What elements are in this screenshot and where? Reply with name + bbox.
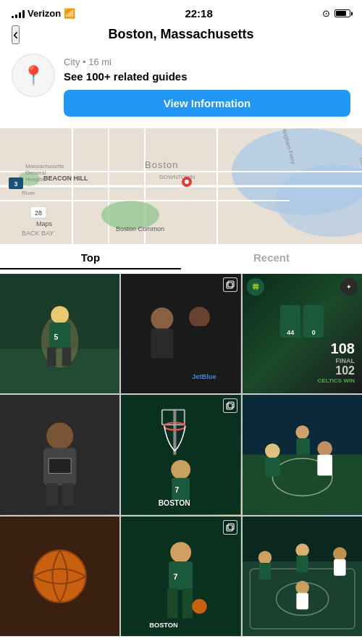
svg-rect-94 [296, 593, 308, 609]
svg-point-67 [317, 441, 332, 456]
svg-text:3: 3 [14, 180, 17, 188]
svg-rect-40 [121, 274, 240, 393]
score-home: 108 [247, 340, 355, 357]
copy-icon [226, 523, 235, 532]
photo-cell[interactable]: 7 BOSTON [121, 517, 240, 636]
svg-point-81 [192, 598, 207, 614]
photo-content: JetBlue [121, 274, 240, 393]
guides-count: See 100+ related guides [64, 70, 350, 83]
svg-rect-34 [49, 322, 70, 348]
photo-cell[interactable]: 7 BOSTON [121, 395, 240, 514]
svg-text:7: 7 [174, 572, 178, 580]
wifi-icon: 📶 [64, 8, 75, 19]
photo-cell[interactable]: JetBlue [121, 274, 240, 393]
nav-header: ‹ Boston, Massachusetts [0, 22, 362, 48]
tab-recent[interactable]: Recent [181, 251, 362, 269]
carrier-label: Verizon [28, 8, 61, 19]
svg-point-58 [172, 460, 191, 480]
photo-content: 7 BOSTON [121, 395, 240, 514]
photo-content: 5 [0, 274, 119, 393]
svg-rect-38 [227, 283, 232, 288]
svg-text:Maps: Maps [36, 220, 53, 227]
svg-rect-52 [227, 403, 232, 409]
svg-rect-80 [182, 588, 193, 618]
svg-text:7: 7 [175, 487, 180, 495]
svg-text:BEACON HILL: BEACON HILL [43, 175, 88, 182]
tab-row: Top Recent [0, 244, 362, 274]
svg-text:Hospital: Hospital [25, 176, 46, 183]
svg-rect-70 [296, 438, 310, 455]
svg-rect-92 [296, 555, 308, 572]
carrier-signal: Verizon 📶 [12, 8, 75, 19]
svg-point-93 [295, 581, 309, 595]
svg-rect-79 [167, 588, 177, 618]
svg-point-65 [265, 443, 280, 459]
photo-cell[interactable] [0, 517, 119, 636]
svg-rect-66 [265, 458, 280, 477]
svg-rect-53 [228, 402, 234, 408]
view-information-button[interactable]: View Information [64, 90, 350, 117]
svg-point-87 [258, 551, 272, 564]
page-title: Boston, Massachusetts [108, 27, 253, 42]
city-meta: City • 16 mi [64, 57, 350, 67]
svg-text:BACK BAY: BACK BAY [22, 230, 54, 237]
svg-rect-88 [258, 563, 271, 580]
svg-rect-63 [243, 455, 362, 515]
svg-rect-68 [317, 455, 332, 476]
svg-rect-55 [174, 410, 177, 455]
final-label: FINAL [247, 357, 355, 364]
battery-icon [334, 9, 350, 17]
svg-rect-49 [49, 459, 71, 474]
photo-cell[interactable]: 5 [0, 274, 119, 393]
score-away: 102 [247, 364, 355, 377]
svg-rect-74 [228, 524, 234, 530]
photo-grid: 5 JetBlue 🍀 [0, 274, 362, 636]
svg-point-69 [295, 426, 309, 440]
svg-text:28: 28 [35, 209, 42, 217]
info-text-block: City • 16 mi See 100+ related guides Vie… [64, 54, 350, 117]
svg-rect-36 [47, 347, 56, 366]
svg-rect-73 [227, 525, 232, 531]
svg-point-91 [295, 543, 309, 557]
photo-cell[interactable] [243, 395, 362, 514]
location-pin-icon: 📍 [22, 64, 45, 87]
status-time: 22:18 [185, 7, 212, 20]
map-view[interactable]: 3 28 Maps BEACON HILL Boston DOWNTOWN Ri… [0, 128, 362, 244]
bottom-nav: 🏠 🔍 ▶ 🛍 [0, 636, 362, 644]
location-avatar: 📍 [12, 54, 55, 97]
status-bar: Verizon 📶 22:18 ⊙ [0, 0, 362, 22]
svg-point-43 [189, 306, 210, 327]
svg-text:JetBlue: JetBlue [192, 373, 216, 380]
media-type-icon [223, 277, 237, 292]
svg-text:BOSTON: BOSTON [150, 622, 179, 629]
circle-icon: ⊙ [322, 8, 330, 19]
photo-content [243, 517, 362, 636]
tab-top[interactable]: Top [0, 251, 181, 269]
photo-cell[interactable] [243, 517, 362, 636]
photo-content: 7 BOSTON [121, 517, 240, 636]
svg-rect-90 [334, 559, 346, 576]
photo-content [0, 517, 119, 636]
svg-text:BOSTON: BOSTON [159, 499, 190, 507]
svg-text:Boston Common: Boston Common [116, 225, 164, 233]
map-svg: 3 28 Maps BEACON HILL Boston DOWNTOWN Ri… [0, 128, 362, 244]
win-label: CELTICS WIN [247, 377, 355, 384]
svg-text:General: General [25, 170, 46, 176]
svg-rect-50 [46, 483, 57, 506]
svg-point-72 [33, 550, 85, 602]
info-card: 📍 City • 16 mi See 100+ related guides V… [0, 48, 362, 128]
svg-point-29 [185, 180, 189, 184]
svg-point-89 [333, 547, 347, 561]
svg-point-47 [46, 423, 73, 450]
svg-rect-37 [62, 347, 71, 366]
svg-text:Massachusetts: Massachusetts [25, 163, 64, 170]
photo-cell[interactable]: 🍀 ✦ 44 0 108 FINAL 102 [243, 274, 362, 393]
svg-point-33 [51, 306, 69, 324]
celtics-score-overlay: 🍀 ✦ 44 0 108 FINAL 102 [243, 274, 362, 393]
media-type-icon [223, 520, 237, 535]
photo-cell[interactable] [0, 395, 119, 514]
copy-icon [226, 280, 235, 289]
back-button[interactable]: ‹ [12, 25, 20, 44]
photo-content [0, 395, 119, 514]
svg-point-41 [151, 307, 174, 330]
